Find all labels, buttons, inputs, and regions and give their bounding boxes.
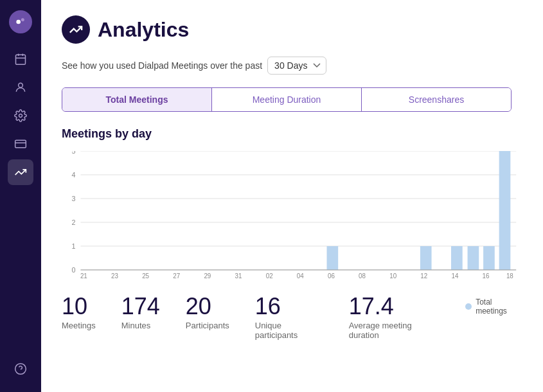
page-title: Analytics	[98, 18, 189, 42]
svg-text:02: 02	[266, 272, 273, 280]
sidebar-item-person[interactable]	[8, 75, 33, 100]
svg-text:16: 16	[483, 272, 490, 280]
main-content: Analytics See how you used Dialpad Meeti…	[41, 0, 543, 392]
svg-point-10	[15, 364, 26, 375]
subtitle-text: See how you used Dialpad Meetings over t…	[62, 60, 262, 71]
tab-total-meetings[interactable]: Total Meetings	[62, 88, 212, 111]
person-icon	[14, 81, 27, 94]
card-icon	[14, 138, 27, 150]
settings-icon	[14, 109, 27, 122]
chart-title: Meetings by day	[62, 127, 522, 141]
calendar-icon	[14, 53, 27, 66]
bar-14a	[451, 246, 463, 270]
stat-participants-value: 20	[186, 295, 211, 318]
legend-dot	[465, 303, 472, 310]
svg-text:5: 5	[72, 151, 76, 155]
svg-text:4: 4	[72, 171, 76, 179]
stats-row: 10 Meetings 174 Minutes 20 Participants …	[62, 290, 522, 340]
app-logo	[9, 10, 32, 33]
analytics-icon	[14, 166, 27, 179]
header-icon	[62, 15, 90, 44]
svg-text:12: 12	[420, 272, 427, 280]
bar-chart: 0 1 2 3 4 5	[62, 151, 522, 280]
svg-point-0	[16, 20, 21, 24]
svg-text:18: 18	[506, 272, 513, 280]
svg-text:1: 1	[72, 242, 76, 250]
svg-text:14: 14	[451, 272, 458, 280]
page-header: Analytics	[62, 15, 522, 44]
subtitle-row: See how you used Dialpad Meetings over t…	[62, 57, 522, 75]
svg-rect-2	[16, 55, 26, 64]
stat-participants: 20 Participants	[186, 295, 229, 330]
bar-14b	[468, 246, 479, 270]
stat-meetings: 10 Meetings	[62, 295, 96, 330]
svg-text:04: 04	[297, 272, 304, 280]
sidebar-item-settings[interactable]	[8, 103, 33, 129]
svg-text:06: 06	[328, 272, 335, 280]
bar-18	[499, 151, 511, 270]
tab-screenshares[interactable]: Screenshares	[362, 88, 511, 111]
svg-point-7	[19, 114, 22, 118]
legend-label: Total meetings	[476, 298, 522, 316]
stat-meetings-label: Meetings	[62, 321, 96, 330]
svg-text:21: 21	[80, 272, 87, 280]
svg-text:10: 10	[389, 272, 396, 280]
stat-unique-label: Unique participants	[255, 321, 323, 340]
svg-text:31: 31	[235, 272, 242, 280]
svg-rect-8	[15, 140, 26, 148]
stat-meetings-value: 10	[62, 295, 87, 318]
chart-legend: Total meetings	[465, 295, 522, 316]
svg-text:3: 3	[72, 195, 76, 202]
svg-point-1	[21, 18, 24, 21]
svg-text:0: 0	[72, 266, 76, 274]
sidebar-item-help[interactable]	[8, 356, 33, 382]
bar-12	[420, 246, 432, 270]
stat-avg-value: 17.4	[349, 295, 394, 318]
sidebar	[0, 0, 41, 392]
sidebar-item-billing[interactable]	[8, 131, 33, 157]
chart-container: 0 1 2 3 4 5	[62, 151, 522, 280]
sidebar-nav	[8, 46, 33, 351]
period-select[interactable]: 30 Days 7 Days 14 Days 90 Days	[267, 57, 326, 75]
stat-avg-duration: 17.4 Average meeting duration	[349, 295, 440, 340]
svg-text:2: 2	[72, 218, 76, 226]
stat-minutes: 174 Minutes	[121, 295, 160, 330]
bar-16	[483, 246, 495, 270]
tab-meeting-duration[interactable]: Meeting Duration	[212, 88, 362, 111]
svg-text:25: 25	[142, 272, 149, 280]
bar-06	[327, 246, 339, 270]
stat-avg-label: Average meeting duration	[349, 321, 440, 340]
svg-text:08: 08	[359, 272, 366, 280]
stat-unique-participants: 16 Unique participants	[255, 295, 323, 340]
stat-minutes-value: 174	[121, 295, 160, 318]
help-icon	[14, 362, 27, 375]
svg-point-6	[19, 83, 23, 87]
sidebar-item-calendar[interactable]	[8, 46, 33, 72]
sidebar-bottom	[8, 356, 33, 382]
svg-text:27: 27	[173, 272, 180, 280]
tabs-container: Total Meetings Meeting Duration Screensh…	[62, 87, 512, 112]
chart-section: Meetings by day 0 1 2 3 4 5	[62, 127, 522, 280]
stat-unique-value: 16	[255, 295, 281, 318]
sidebar-item-analytics[interactable]	[8, 159, 33, 185]
svg-text:29: 29	[204, 272, 211, 280]
svg-text:23: 23	[111, 272, 118, 280]
stat-participants-label: Participants	[186, 321, 229, 330]
stat-minutes-label: Minutes	[121, 321, 151, 330]
